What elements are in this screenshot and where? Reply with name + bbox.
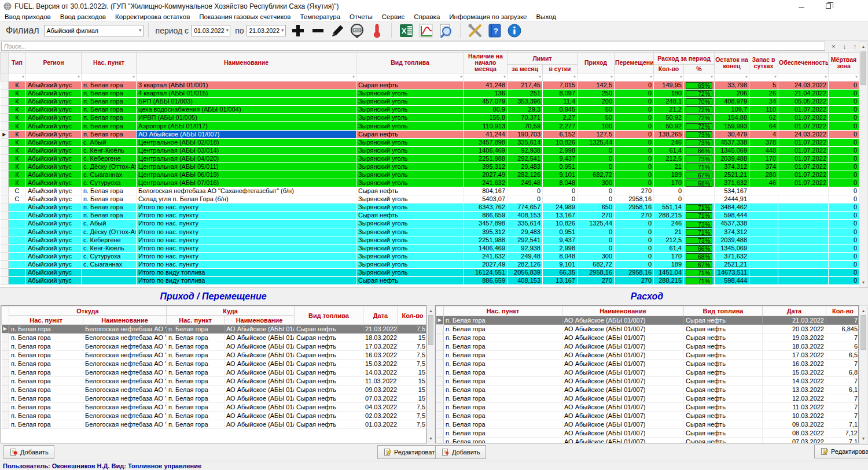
cell-dead-zone[interactable]: 0 xyxy=(829,220,859,228)
minimize-button[interactable] xyxy=(788,0,815,12)
cell-limit-day[interactable]: 2,27 xyxy=(543,114,578,122)
col-header-date[interactable]: Дата xyxy=(763,306,826,316)
cell-expense-qty[interactable]: 170 xyxy=(654,252,684,260)
cell-to-name[interactable]: АО Абыйское (АБЫ 01/007) xyxy=(225,334,295,342)
table-row[interactable]: п. Белая гораАО Абыйское (АБЫ 01/007)Сыр… xyxy=(436,429,859,438)
expense-table-scrollbar[interactable]: ▲ ▼ xyxy=(859,305,868,443)
cell-start[interactable]: 136 xyxy=(464,90,507,98)
main-grid-scrollbar[interactable]: ▲ ▼ xyxy=(859,41,868,287)
col-header-expense-group[interactable]: Расход за период xyxy=(654,53,715,65)
cell-expense-qty[interactable]: 50,92 xyxy=(654,122,684,130)
cell-fuel[interactable]: Сырая нефть xyxy=(295,368,363,377)
cell-provision[interactable]: 01.07.2022 xyxy=(778,114,829,122)
cell-settlement[interactable]: с. Дёску (Оттох-Атах) xyxy=(82,228,137,236)
cell-fuel[interactable]: Зырянский уголь xyxy=(356,114,464,122)
cell-settlement[interactable]: п. Белая гора xyxy=(82,98,137,106)
cell-to-settlement[interactable]: п. Белая гора xyxy=(167,420,225,429)
cell-expense-qty[interactable]: 189 xyxy=(654,171,684,179)
cell-limit-month[interactable]: 408,153 xyxy=(507,212,543,220)
menu-item-7[interactable]: Сервис xyxy=(377,13,409,20)
cell-expense-pct[interactable]: 69% xyxy=(684,82,715,90)
cell-remainder[interactable]: 2039,488 xyxy=(715,154,749,162)
cell-days-stock[interactable] xyxy=(749,228,778,236)
cell-fuel[interactable]: Сырая нефть xyxy=(684,325,763,334)
cell-qty[interactable]: 6,5 xyxy=(826,351,859,360)
cell-date[interactable]: 17.03.2022 xyxy=(363,342,398,351)
cell-date[interactable]: 09.03.2022 xyxy=(363,386,398,394)
cell-to-settlement[interactable]: п. Белая гора xyxy=(167,377,225,386)
cell-limit-month[interactable]: 408,153 xyxy=(507,277,543,285)
cell-type[interactable]: К xyxy=(9,171,26,179)
cell-expense-qty[interactable]: 138,265 xyxy=(654,130,684,138)
cell-region[interactable]: Абыйский улус xyxy=(26,228,82,236)
cell-dead-zone[interactable]: 0 xyxy=(829,268,859,276)
export-excel-button[interactable]: X xyxy=(398,22,415,39)
menu-item-8[interactable]: Справка xyxy=(409,13,444,20)
col-header-date[interactable]: Дата xyxy=(363,306,398,325)
cell-income[interactable]: 0 xyxy=(578,228,615,236)
cell-provision[interactable]: 01.07.2022 xyxy=(778,154,829,162)
cell-from-name[interactable]: Белогоская нефтебаза АО "Са xyxy=(83,325,167,334)
cell-name[interactable]: АО Абыйское (АБЫ 01/007) xyxy=(562,368,684,377)
cell-expense-qty[interactable]: 246 xyxy=(654,138,684,146)
cell-qty[interactable]: 7 xyxy=(826,403,859,412)
cell-type[interactable] xyxy=(9,220,26,228)
cell-to-name[interactable]: АО Абыйское (АБЫ 01/007) xyxy=(225,394,295,403)
cell-settlement[interactable]: с. Абый xyxy=(82,138,137,146)
col-header-from-name[interactable]: Наименование xyxy=(83,316,167,325)
filter-cell[interactable]: ▾ xyxy=(9,73,26,82)
info-button[interactable] xyxy=(506,22,523,39)
cell-fuel[interactable]: Сырая нефть xyxy=(356,212,464,220)
col-header-start[interactable]: Наличие на начало месяца xyxy=(464,53,507,73)
cell-income[interactable]: 1325,44 xyxy=(578,220,615,228)
cell-start[interactable]: 41,244 xyxy=(464,130,507,138)
cell-limit-day[interactable]: 24,989 xyxy=(543,203,578,212)
cell-movement[interactable]: 0 xyxy=(615,154,654,162)
cell-remainder[interactable]: 2039,488 xyxy=(715,236,749,244)
cell-provision[interactable]: 01.07.2022 xyxy=(778,106,829,114)
cell-type[interactable]: К xyxy=(9,138,26,146)
cell-expense-pct[interactable]: 73% xyxy=(684,154,715,162)
table-row[interactable]: КАбыйский улусп. Белая горацеха водоснаб… xyxy=(1,106,859,114)
scrollbar-thumb[interactable] xyxy=(860,315,866,350)
cell-expense-pct[interactable]: 71% xyxy=(684,212,715,220)
table-row[interactable]: Абыйский улусп. Белая гораИтого по нас. … xyxy=(1,212,859,220)
cell-from-name[interactable]: Белогоская нефтебаза АО "Са xyxy=(83,394,167,403)
table-row[interactable]: КАбыйский улусс. СутуруохаЦентральная (А… xyxy=(1,179,859,187)
cell-dead-zone[interactable]: 0 xyxy=(829,203,859,212)
cell-from-settlement[interactable]: п. Белая гора xyxy=(9,403,83,412)
cell-dead-zone[interactable]: 0 xyxy=(829,228,859,236)
cell-name[interactable]: Центральное (АБЫ 02/018) xyxy=(137,138,356,146)
cell-fuel[interactable]: Зырянский уголь xyxy=(356,162,464,171)
cell-limit-month[interactable]: 70,59 xyxy=(507,122,543,130)
cell-days-stock[interactable] xyxy=(749,268,778,276)
cell-region[interactable]: Абыйский улус xyxy=(26,171,82,179)
cell-expense-pct[interactable]: 71% xyxy=(684,228,715,236)
cell-qty[interactable]: 7,5 xyxy=(398,351,426,360)
cell-provision[interactable]: 01.07.2022 xyxy=(778,146,829,154)
cell-settlement[interactable]: п. Белая гора xyxy=(444,420,562,429)
cell-expense-pct[interactable]: 72% xyxy=(684,122,715,130)
filter-cell[interactable]: ▾ xyxy=(749,73,778,82)
cell-date[interactable]: 14.03.2022 xyxy=(363,368,398,377)
cell-region[interactable]: Абыйский улус xyxy=(26,122,82,130)
cell-fuel[interactable]: Зырянский уголь xyxy=(356,195,464,203)
cell-limit-day[interactable]: 7,015 xyxy=(543,82,578,90)
cell-name[interactable]: АО Абыйское (АБЫ 01/007) xyxy=(562,334,684,342)
cell-income[interactable]: 50 xyxy=(578,106,615,114)
cell-expense-qty[interactable]: 21,2 xyxy=(654,106,684,114)
cell-income[interactable]: 0 xyxy=(578,154,615,162)
col-header-days-stock[interactable]: Запас в сутках xyxy=(749,53,778,73)
cell-days-stock[interactable]: 110 xyxy=(749,106,778,114)
cell-start[interactable]: 2251,988 xyxy=(464,236,507,244)
cell-name[interactable]: 4 квартал (АБЫ 01/015) xyxy=(137,90,356,98)
table-row[interactable]: Абыйский улусИтого по виду топливаСырая … xyxy=(1,277,859,285)
table-row[interactable]: п. Белая гораАО Абыйское (АБЫ 01/007)Сыр… xyxy=(436,420,859,429)
cell-days-stock[interactable] xyxy=(749,277,778,285)
expense-edit-button[interactable]: Редактировать xyxy=(814,445,868,458)
cell-dead-zone[interactable]: 0 xyxy=(829,260,859,268)
cell-type[interactable]: К xyxy=(9,98,26,106)
cell-region[interactable]: Абыйский улус xyxy=(26,244,82,252)
cell-start[interactable]: 886,659 xyxy=(464,212,507,220)
cell-start[interactable]: 16124,551 xyxy=(464,268,507,276)
